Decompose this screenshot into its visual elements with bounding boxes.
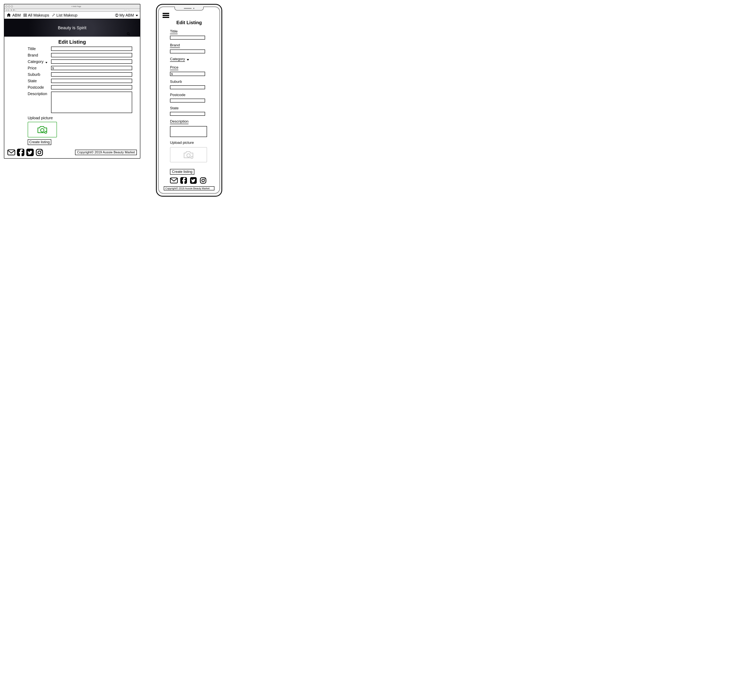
- price-prefix: $: [171, 72, 173, 76]
- browser-tab-title: A Web Page: [14, 6, 139, 7]
- svg-point-22: [202, 179, 205, 182]
- m-title-label: Titile: [170, 29, 178, 34]
- home-icon: [6, 13, 11, 18]
- mobile-page-title: Edit Listing: [163, 20, 216, 25]
- footer: Copyright© 2019 Aussie Beauty Market: [4, 147, 140, 158]
- email-icon[interactable]: [170, 176, 178, 184]
- svg-line-7: [129, 34, 130, 35]
- m-brand-input[interactable]: [170, 50, 205, 53]
- page-title: Edit Listing: [4, 37, 140, 47]
- nav-my-abm-label: My ABM: [119, 13, 134, 18]
- navbar: ABM All Makeups List Makeup My ABM: [4, 12, 140, 19]
- upload-picture-button[interactable]: [28, 122, 57, 137]
- nav-reload-icon[interactable]: ⟳: [13, 9, 15, 11]
- category-label[interactable]: Category: [28, 59, 51, 64]
- description-label: Description: [28, 91, 51, 96]
- nav-my-abm[interactable]: My ABM: [115, 13, 138, 18]
- nav-all-makeups-label: All Makeups: [28, 13, 49, 18]
- browser-toolbar: ◁ ▷ ✕ ⟳: [4, 9, 140, 12]
- search-icon[interactable]: [127, 32, 130, 36]
- svg-point-15: [41, 150, 42, 151]
- m-upload-button[interactable]: [170, 147, 207, 162]
- nav-stop-icon[interactable]: ✕: [10, 9, 12, 11]
- m-description-label: Description: [170, 119, 188, 124]
- facebook-icon[interactable]: [180, 176, 187, 184]
- nav-home[interactable]: ABM: [6, 13, 21, 18]
- postcode-label: Postcode: [28, 85, 51, 90]
- category-label-text: Category: [28, 59, 43, 64]
- price-label: Price: [28, 66, 51, 71]
- hamburger-menu-button[interactable]: [163, 13, 169, 18]
- banner-text: Beauty is Spirit: [58, 25, 87, 30]
- m-social-links: [170, 176, 216, 184]
- nav-fwd-icon[interactable]: ▷: [8, 9, 10, 11]
- camera-add-icon: [37, 125, 48, 134]
- svg-point-5: [116, 14, 117, 15]
- postcode-input[interactable]: [51, 85, 132, 90]
- m-suburb-input[interactable]: [170, 85, 205, 89]
- window-button[interactable]: [8, 6, 10, 7]
- brand-input[interactable]: [51, 53, 132, 57]
- browser-window: A Web Page ◁ ▷ ✕ ⟳ ABM All Makeups List …: [4, 4, 140, 159]
- suburb-input[interactable]: [51, 72, 132, 76]
- m-price-label: Price: [170, 65, 178, 70]
- m-suburb-label: Suburb: [170, 79, 182, 84]
- window-button[interactable]: [11, 6, 13, 7]
- m-category-label[interactable]: Category: [170, 57, 185, 62]
- copyright: Copyright© 2019 Aussie Beauty Market: [75, 150, 137, 155]
- price-input[interactable]: $: [51, 66, 132, 70]
- title-input[interactable]: [51, 47, 132, 51]
- svg-rect-21: [200, 178, 206, 183]
- caret-down-icon: [46, 62, 47, 63]
- caret-down-icon: [136, 15, 138, 16]
- caret-down-icon: [187, 59, 189, 60]
- price-prefix: $: [52, 66, 54, 70]
- twitter-icon[interactable]: [190, 176, 197, 184]
- email-icon[interactable]: [7, 149, 15, 156]
- wand-icon: [52, 13, 55, 17]
- m-price-input[interactable]: $: [170, 72, 205, 76]
- create-listing-button[interactable]: Create listing: [28, 139, 51, 145]
- state-input[interactable]: [51, 79, 132, 83]
- upload-label: Upload picture: [28, 116, 132, 120]
- m-state-input[interactable]: [170, 112, 205, 116]
- title-label: Titile: [28, 47, 51, 51]
- svg-point-6: [127, 32, 129, 35]
- svg-point-16: [187, 154, 190, 157]
- svg-point-14: [38, 151, 41, 154]
- m-description-input[interactable]: [170, 126, 207, 137]
- browser-search[interactable]: [126, 9, 129, 11]
- browser-titlebar: A Web Page: [4, 4, 140, 9]
- banner: Beauty is Spirit: [4, 19, 140, 37]
- nav-list-makeup-label: List Makeup: [56, 13, 77, 18]
- nav-home-label: ABM: [12, 13, 21, 18]
- user-circle-icon: [115, 13, 119, 17]
- m-copyright: Copyright© 2019 Aussie Beauty Market: [164, 186, 215, 190]
- phone-frame: Edit Listing Titile Brand Category Price…: [156, 4, 222, 197]
- m-create-listing-button[interactable]: Create listing: [170, 169, 194, 175]
- m-postcode-input[interactable]: [170, 99, 205, 103]
- twitter-icon[interactable]: [26, 149, 34, 156]
- nav-all-makeups[interactable]: All Makeups: [24, 13, 49, 18]
- svg-rect-13: [36, 149, 43, 156]
- facebook-icon[interactable]: [17, 149, 25, 156]
- m-postcode-label: Postcode: [170, 93, 185, 97]
- category-input[interactable]: [51, 59, 132, 64]
- description-input[interactable]: [51, 91, 132, 113]
- instagram-icon[interactable]: [199, 176, 207, 184]
- svg-point-8: [41, 129, 44, 132]
- svg-rect-18: [170, 178, 178, 183]
- window-button[interactable]: [6, 6, 7, 7]
- m-brand-label: Brand: [170, 43, 180, 48]
- nav-list-makeup[interactable]: List Makeup: [52, 13, 77, 18]
- m-upload-label: Upload picture: [170, 141, 194, 145]
- nav-back-icon[interactable]: ◁: [6, 9, 7, 11]
- state-label: State: [28, 79, 51, 83]
- m-title-input[interactable]: [170, 36, 205, 40]
- instagram-icon[interactable]: [35, 149, 43, 156]
- social-links: [7, 149, 43, 156]
- address-bar[interactable]: [16, 9, 125, 11]
- camera-add-icon: [183, 150, 194, 159]
- m-category-label-text: Category: [170, 57, 185, 61]
- svg-rect-10: [8, 150, 15, 155]
